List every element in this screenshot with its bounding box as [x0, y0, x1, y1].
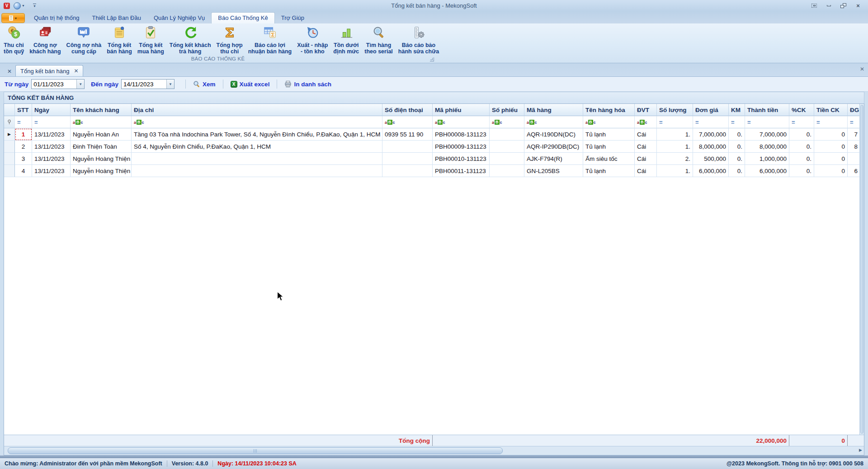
column-header-s-phi-u[interactable]: Số phiếu: [490, 104, 524, 116]
filter-cell-s-phi-u[interactable]: aBc: [490, 116, 524, 128]
horizontal-scrollbar-thumb[interactable]: [8, 447, 503, 454]
from-date-dropdown-icon[interactable]: ▼: [76, 80, 84, 89]
column-header--a-ch-[interactable]: Địa chỉ: [132, 104, 382, 116]
close-document-icon[interactable]: ✕: [860, 66, 864, 72]
ribbon-button-t-m-h-ng-theo-serial[interactable]: Tìm hàngtheo serial: [362, 25, 396, 56]
cell-ti-n-ck[interactable]: 0: [814, 141, 848, 153]
cell-s-i-n-tho-i[interactable]: [382, 141, 433, 153]
cell-t-n-kh-ch-h-ng[interactable]: Nguyễn Hoàng Thiện: [71, 153, 132, 165]
filter-cell-t-n-kh-ch-h-ng[interactable]: aBc: [71, 116, 132, 128]
ribbon-button-b-o-c-o-b-o-h-nh-s-a-ch-a[interactable]: Báo cáo bảohành sửa chữa: [396, 25, 442, 56]
cell-s-l-ng[interactable]: 1.: [657, 128, 693, 141]
ribbon-tab-trợ-giúp[interactable]: Trợ Giúp: [275, 13, 311, 23]
row-indicator[interactable]: [4, 153, 15, 165]
cell--n-gi-[interactable]: 8,000,000: [693, 141, 729, 153]
from-date-input[interactable]: [32, 80, 76, 89]
filter-cell--n-gi-[interactable]: =: [693, 116, 729, 128]
filter-cell--vt[interactable]: aBc: [635, 116, 657, 128]
cell-t-n-h-ng-h-a[interactable]: Ấm siêu tốc: [583, 153, 635, 165]
filter-cell-t-n-h-ng-h-a[interactable]: aBc: [583, 116, 635, 128]
ribbon-tab-báo-cáo-thống-kê[interactable]: Báo Cáo Thống Kê: [211, 12, 274, 23]
row-indicator[interactable]: [4, 165, 15, 177]
dialog-launcher-icon[interactable]: [430, 57, 434, 61]
ribbon-tab-quản-lý-nghiệp-vụ[interactable]: Quản Lý Nghiệp Vụ: [147, 13, 211, 23]
ribbon-button-xu-t-nh-p-t-n-kho[interactable]: Xuất - nhập- tồn kho: [294, 25, 330, 56]
ribbon-tab-quản-trị-hệ-thống[interactable]: Quản trị hệ thống: [28, 13, 85, 23]
filter-cell-s-i-n-tho-i[interactable]: aBc: [382, 116, 433, 128]
cell-km[interactable]: 0.: [729, 153, 745, 165]
cell-t-n-h-ng-h-a[interactable]: Tủ lạnh: [583, 141, 635, 153]
column-header-ng-y[interactable]: Ngày: [32, 104, 71, 116]
print-list-button[interactable]: In danh sách: [282, 79, 334, 89]
cell-%ck[interactable]: 0.: [789, 141, 814, 153]
cell-ng-y[interactable]: 13/11/2023: [32, 141, 71, 153]
cell--g[interactable]: 7: [848, 128, 860, 141]
column-header--n-gi-[interactable]: Đơn giá: [693, 104, 729, 116]
horizontal-scrollbar[interactable]: ▶: [4, 446, 864, 455]
column-header-km[interactable]: KM: [729, 104, 745, 116]
cell-m-h-ng[interactable]: AQR-I190DN(DC): [524, 128, 583, 141]
ribbon-button-t-ng-k-t-kh-ch-tr-h-ng[interactable]: Tổng kết kháchtrả hàng: [167, 25, 214, 56]
filter-cell-ti-n-ck[interactable]: =: [814, 116, 848, 128]
application-menu-button[interactable]: ▼: [1, 13, 25, 23]
cell-s-phi-u[interactable]: [490, 128, 524, 141]
filter-cell-s-l-ng[interactable]: =: [657, 116, 693, 128]
column-header-m-phi-u[interactable]: Mã phiếu: [433, 104, 490, 116]
to-date-field[interactable]: ▼: [121, 79, 175, 89]
filter-cell-ng-y[interactable]: =: [32, 116, 71, 128]
from-date-field[interactable]: ▼: [31, 79, 85, 89]
cell-th-nh-ti-n[interactable]: 8,000,000: [745, 141, 789, 153]
cell-s-phi-u[interactable]: [490, 141, 524, 153]
cell--a-ch-[interactable]: [132, 153, 382, 165]
cell-ti-n-ck[interactable]: 0: [814, 165, 848, 177]
cell-s-l-ng[interactable]: 1.: [657, 165, 693, 177]
cell-s-phi-u[interactable]: [490, 153, 524, 165]
cell-m-h-ng[interactable]: AJK-F794(R): [524, 153, 583, 165]
ribbon-button-c-ng-n-nh-cung-c-p[interactable]: Công nợ nhàcung cấp: [64, 25, 104, 56]
cell-t-n-kh-ch-h-ng[interactable]: Nguyễn Hoàn An: [71, 128, 132, 141]
ribbon-button-b-o-c-o-l-i-nhu-n-b-n-h-ng[interactable]: Báo cáo lợinhuận bán hàng: [245, 25, 295, 56]
column-header-t-n-h-ng-h-a[interactable]: Tên hàng hóa: [583, 104, 635, 116]
column-header-%ck[interactable]: %CK: [789, 104, 814, 116]
column-header-m-h-ng[interactable]: Mã hàng: [524, 104, 583, 116]
cell-km[interactable]: 0.: [729, 128, 745, 141]
cell--n-gi-[interactable]: 7,000,000: [693, 128, 729, 141]
cell--a-ch-[interactable]: Tầng 03 Tòa nhà Indochina Park Tower, Số…: [132, 128, 382, 141]
cell-m-phi-u[interactable]: PBH00011-131123: [433, 165, 490, 177]
cell--vt[interactable]: Cái: [635, 165, 657, 177]
ribbon-button-t-ng-k-t-b-n-h-ng[interactable]: Tổng kếtbán hàng: [104, 25, 135, 56]
table-row[interactable]: ▶113/11/2023Nguyễn Hoàn AnTầng 03 Tòa nh…: [4, 128, 859, 141]
column-header--g[interactable]: ĐG: [848, 104, 860, 116]
cell--vt[interactable]: Cái: [635, 141, 657, 153]
cell-m-h-ng[interactable]: AQR-IP290DB(DC): [524, 141, 583, 153]
filter-cell-m-phi-u[interactable]: aBc: [433, 116, 490, 128]
row-indicator[interactable]: ▶: [4, 128, 15, 141]
minimize-icon[interactable]: [825, 3, 832, 9]
cell-ng-y[interactable]: 13/11/2023: [32, 153, 71, 165]
filter-cell-%ck[interactable]: =: [789, 116, 814, 128]
cell--vt[interactable]: Cái: [635, 128, 657, 141]
cell-stt[interactable]: 1: [15, 128, 32, 141]
cell-t-n-h-ng-h-a[interactable]: Tủ lạnh: [583, 165, 635, 177]
tab-tong-ket-ban-hang[interactable]: Tổng kết bán hàng ✕: [15, 65, 83, 76]
fullscreen-icon[interactable]: [811, 4, 817, 8]
to-date-dropdown-icon[interactable]: ▼: [166, 80, 174, 89]
cell--g[interactable]: 6: [848, 165, 860, 177]
ribbon-button-thu-chi-t-n-qu-[interactable]: €$Thu chitồn quỹ: [1, 25, 27, 56]
table-row[interactable]: 213/11/2023Đinh Thiện ToànSố 4, Nguyễn Đ…: [4, 141, 859, 153]
cell-s-i-n-tho-i[interactable]: [382, 165, 433, 177]
column-header-th-nh-ti-n[interactable]: Thành tiền: [745, 104, 789, 116]
cell-t-n-kh-ch-h-ng[interactable]: Nguyễn Hoàng Thiện: [71, 165, 132, 177]
export-excel-button[interactable]: X Xuất excel: [228, 80, 273, 89]
close-all-tabs-button[interactable]: ✕: [4, 66, 15, 76]
column-header-ti-n-ck[interactable]: Tiền CK: [814, 104, 848, 116]
cell-s-phi-u[interactable]: [490, 165, 524, 177]
row-indicator[interactable]: [4, 141, 15, 153]
cell-m-phi-u[interactable]: PBH00010-131123: [433, 153, 490, 165]
cell-stt[interactable]: 2: [15, 141, 32, 153]
view-button[interactable]: Xem: [190, 79, 218, 89]
cell-%ck[interactable]: 0.: [789, 128, 814, 141]
filter-cell-m-h-ng[interactable]: aBc: [524, 116, 583, 128]
cell-s-i-n-tho-i[interactable]: 0939 55 11 90: [382, 128, 433, 141]
cell-s-i-n-tho-i[interactable]: [382, 153, 433, 165]
